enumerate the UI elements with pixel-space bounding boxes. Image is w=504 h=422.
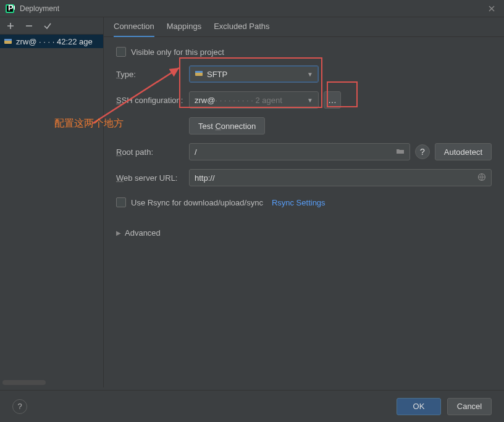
root-path-row: Root path: / ? Autodetect <box>116 143 492 160</box>
tab-mappings[interactable]: Mappings <box>167 17 201 37</box>
advanced-label: Advanced <box>125 228 161 238</box>
tab-excluded-paths[interactable]: Excluded Paths <box>214 17 269 37</box>
rsync-settings-link[interactable]: Rsync Settings <box>272 198 326 207</box>
tab-bar: Connection Mappings Excluded Paths <box>104 17 504 37</box>
web-url-row: Web server URL: http:// <box>116 169 492 186</box>
ssh-config-more-button[interactable]: … <box>324 91 341 109</box>
web-url-value: http:// <box>195 173 215 183</box>
ssh-config-label: SSH configuration: <box>116 96 184 105</box>
apply-button[interactable] <box>42 20 53 31</box>
advanced-toggle[interactable]: ▶ Advanced <box>116 228 492 238</box>
ssh-config-row: SSH configuration: zrw@· · · · · · · · ·… <box>116 91 492 109</box>
ftp-icon <box>195 69 203 80</box>
type-combo[interactable]: SFTP ▼ <box>189 65 319 83</box>
sidebar-scrollbar[interactable] <box>2 380 46 385</box>
close-icon[interactable] <box>484 1 499 16</box>
visible-only-row: Visible only for this project <box>116 47 492 57</box>
folder-icon[interactable] <box>396 147 405 157</box>
web-url-input[interactable]: http:// <box>189 169 492 186</box>
web-url-label: Web server URL: <box>116 173 184 183</box>
root-path-help-button[interactable]: ? <box>415 144 430 159</box>
ok-button[interactable]: OK <box>397 398 441 415</box>
connection-form: Visible only for this project Type: SFTP… <box>104 37 504 247</box>
remove-button[interactable] <box>23 20 35 31</box>
autodetect-button[interactable]: Autodetect <box>435 143 492 160</box>
root-path-label: Root path: <box>116 147 184 157</box>
use-rsync-row: Use Rsync for download/upload/sync Rsync… <box>116 197 492 207</box>
ftp-icon <box>4 37 12 46</box>
caret-right-icon: ▶ <box>116 230 121 236</box>
type-label: Type: <box>116 70 184 79</box>
server-item-label: zrw@ · · · · 42:22 age <box>16 37 93 46</box>
ssh-config-combo[interactable]: zrw@· · · · · · · · · 2 agent ▼ <box>189 91 319 109</box>
main-panel: Connection Mappings Excluded Paths Visib… <box>104 17 504 387</box>
pycharm-icon: PC <box>5 4 15 14</box>
type-row: Type: SFTP ▼ <box>116 65 492 83</box>
svg-rect-6 <box>195 71 203 73</box>
test-connection-row: Test Connection <box>116 117 492 134</box>
server-list: zrw@ · · · · 42:22 age <box>0 35 103 378</box>
use-rsync-checkbox[interactable] <box>116 197 126 207</box>
window-title: Deployment <box>20 4 484 13</box>
add-button[interactable] <box>5 20 16 31</box>
svg-text:PC: PC <box>8 4 15 12</box>
type-value: SFTP <box>207 70 303 79</box>
test-connection-button[interactable]: Test Connection <box>189 117 265 134</box>
use-rsync-label: Use Rsync for download/upload/sync <box>131 198 263 207</box>
visible-only-checkbox[interactable] <box>116 47 126 57</box>
caret-down-icon: ▼ <box>307 71 313 78</box>
root-path-value: / <box>195 147 197 157</box>
deployment-sidebar: zrw@ · · · · 42:22 age <box>0 17 104 387</box>
ssh-config-value: zrw@· · · · · · · · · 2 agent <box>195 96 303 105</box>
titlebar: PC Deployment <box>0 0 504 17</box>
server-list-item[interactable]: zrw@ · · · · 42:22 age <box>0 35 103 48</box>
root-path-input[interactable]: / <box>189 143 410 160</box>
visible-only-label: Visible only for this project <box>131 48 224 57</box>
help-button[interactable]: ? <box>12 399 27 414</box>
globe-icon[interactable] <box>477 173 486 183</box>
sidebar-toolbar <box>0 17 103 35</box>
cancel-button[interactable]: Cancel <box>447 398 492 415</box>
tab-connection[interactable]: Connection <box>114 17 154 37</box>
caret-down-icon: ▼ <box>307 97 313 104</box>
dialog-footer: ? OK Cancel <box>0 390 504 422</box>
svg-rect-4 <box>4 39 12 41</box>
